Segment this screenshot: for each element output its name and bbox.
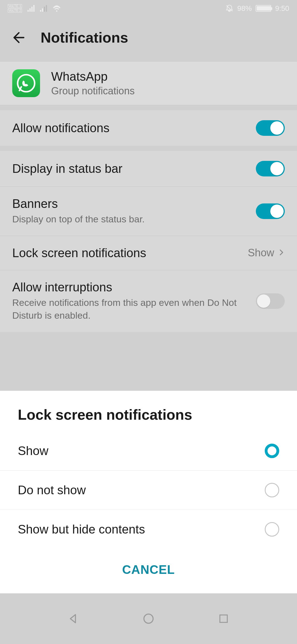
svg-point-1 [144, 614, 153, 623]
banners-toggle[interactable] [256, 203, 285, 219]
chevron-right-icon [278, 247, 285, 259]
app-name: WhatsApp [51, 70, 135, 83]
allow-interruptions-sub: Receive notifications from this app even… [12, 296, 248, 322]
battery-icon [256, 5, 271, 12]
option-hide-contents[interactable]: Show but hide contents [0, 510, 297, 549]
banners-sub: Display on top of the status bar. [12, 213, 248, 226]
back-button[interactable] [11, 30, 27, 45]
allow-interruptions-label: Allow interruptions [12, 280, 248, 294]
lock-screen-value: Show [248, 247, 274, 259]
option-do-not-show[interactable]: Do not show [0, 470, 297, 510]
lock-screen-dialog: Lock screen notifications Show Do not sh… [0, 391, 297, 593]
allow-interruptions-row[interactable]: Allow interruptions Receive notification… [0, 270, 297, 332]
page-title: Notifications [41, 29, 128, 46]
navigation-bar [0, 593, 297, 644]
signal-icon-1 [28, 5, 34, 12]
status-bar: VoLTE 1VoLTE 2 98% 9:50 [0, 0, 297, 17]
option-do-not-show-radio[interactable] [265, 483, 279, 497]
banners-row[interactable]: Banners Display on top of the status bar… [0, 186, 297, 236]
nav-recent-button[interactable] [215, 610, 232, 627]
svg-rect-2 [220, 615, 227, 623]
allow-interruptions-toggle[interactable] [256, 293, 285, 309]
option-show-radio[interactable] [265, 444, 279, 458]
option-show-label: Show [18, 444, 48, 458]
app-header-row: WhatsApp Group notifications [0, 61, 297, 105]
lock-screen-row[interactable]: Lock screen notifications Show [0, 236, 297, 270]
whatsapp-icon [12, 69, 40, 97]
nav-home-button[interactable] [140, 610, 157, 627]
option-hide-contents-radio[interactable] [265, 522, 279, 537]
option-hide-contents-label: Show but hide contents [18, 522, 145, 536]
allow-notifications-row[interactable]: Allow notifications [0, 110, 297, 146]
signal-icon-2 [40, 5, 47, 12]
nav-back-button[interactable] [65, 610, 82, 627]
volte-indicator: VoLTE 1VoLTE 2 [8, 4, 22, 13]
lock-screen-label: Lock screen notifications [12, 246, 239, 260]
dialog-title: Lock screen notifications [0, 406, 297, 431]
option-show[interactable]: Show [0, 431, 297, 470]
allow-notifications-label: Allow notifications [12, 121, 248, 135]
wifi-icon [53, 5, 61, 12]
display-status-bar-toggle[interactable] [256, 161, 285, 176]
cancel-button[interactable]: CANCEL [122, 563, 175, 577]
option-do-not-show-label: Do not show [18, 483, 86, 497]
header: Notifications [0, 17, 297, 58]
display-status-bar-row[interactable]: Display in status bar [0, 151, 297, 186]
app-subtitle: Group notifications [51, 85, 135, 97]
allow-notifications-toggle[interactable] [256, 120, 285, 136]
battery-percentage: 98% [237, 4, 252, 13]
banners-label: Banners [12, 197, 248, 211]
dnd-icon [226, 4, 233, 12]
clock: 9:50 [275, 4, 289, 13]
display-status-bar-label: Display in status bar [12, 162, 248, 176]
